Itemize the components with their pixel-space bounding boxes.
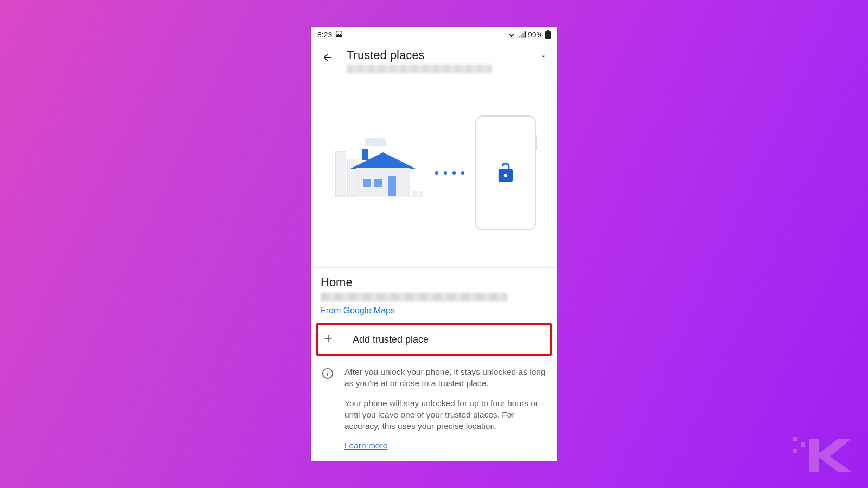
info-section: After you unlock your phone, it stays un… xyxy=(311,359,557,455)
signal-icon xyxy=(518,31,526,38)
info-text: After you unlock your phone, it stays un… xyxy=(344,367,546,451)
place-name: Home xyxy=(321,275,547,290)
back-button[interactable] xyxy=(316,46,339,71)
screenshot-icon xyxy=(335,30,343,40)
svg-rect-9 xyxy=(793,449,797,453)
status-left: 8:23 xyxy=(317,30,343,40)
phone-frame: 8:23 99% xyxy=(311,27,557,461)
battery-pct: 99% xyxy=(528,30,543,39)
svg-rect-8 xyxy=(801,442,805,447)
phone-unlocked-illustration xyxy=(475,115,536,230)
wifi-icon xyxy=(507,31,516,38)
account-subtitle-redacted xyxy=(347,65,492,73)
arrow-left-icon xyxy=(322,52,334,63)
info-paragraph-1: After you unlock your phone, it stays un… xyxy=(344,367,546,389)
status-time: 8:23 xyxy=(317,30,332,39)
account-dropdown[interactable] xyxy=(537,46,551,69)
appbar-title-wrap: Trusted places xyxy=(347,46,529,73)
unlock-icon xyxy=(496,161,515,185)
page-title: Trusted places xyxy=(347,48,529,62)
svg-point-3 xyxy=(504,174,507,177)
svg-rect-7 xyxy=(793,437,797,441)
plus-icon xyxy=(322,332,334,346)
hero-illustration xyxy=(311,78,557,268)
place-source-label: From Google Maps xyxy=(321,306,547,316)
svg-point-6 xyxy=(327,371,328,372)
svg-rect-1 xyxy=(545,31,551,39)
add-trusted-place-button[interactable]: Add trusted place xyxy=(316,323,552,356)
trusted-place-item[interactable]: Home From Google Maps xyxy=(311,268,557,321)
status-right: 99% xyxy=(507,30,551,39)
info-icon xyxy=(322,367,334,451)
page-background: 8:23 99% xyxy=(0,0,868,488)
app-bar: Trusted places xyxy=(311,43,557,78)
status-bar: 8:23 99% xyxy=(311,27,557,43)
chevron-down-icon xyxy=(540,53,547,60)
place-address-redacted xyxy=(321,293,507,301)
watermark-logo xyxy=(793,434,858,477)
add-trusted-place-label: Add trusted place xyxy=(353,334,429,345)
house-illustration xyxy=(332,135,424,211)
connection-dots xyxy=(435,171,464,175)
battery-icon xyxy=(545,30,551,39)
learn-more-link[interactable]: Learn more xyxy=(344,441,546,451)
info-paragraph-2: Your phone will stay unlocked for up to … xyxy=(344,398,546,432)
svg-rect-2 xyxy=(547,30,549,31)
